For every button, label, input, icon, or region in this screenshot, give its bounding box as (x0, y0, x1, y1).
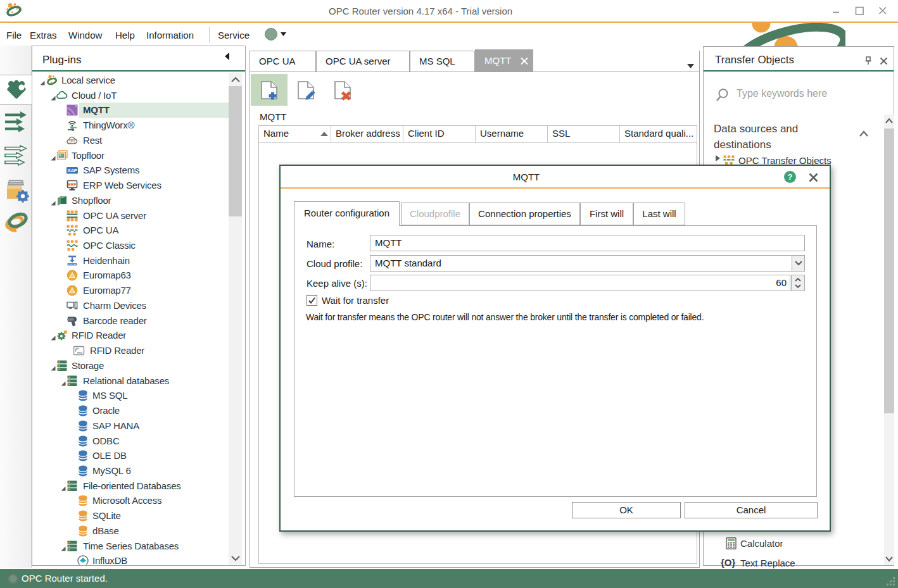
svg-text:RFID: RFID (77, 351, 83, 354)
svg-text:SAP: SAP (68, 168, 78, 173)
svg-text:ERP: ERP (68, 182, 77, 187)
svg-text:(R): (R) (69, 139, 75, 144)
svg-text:?: ? (788, 172, 793, 182)
